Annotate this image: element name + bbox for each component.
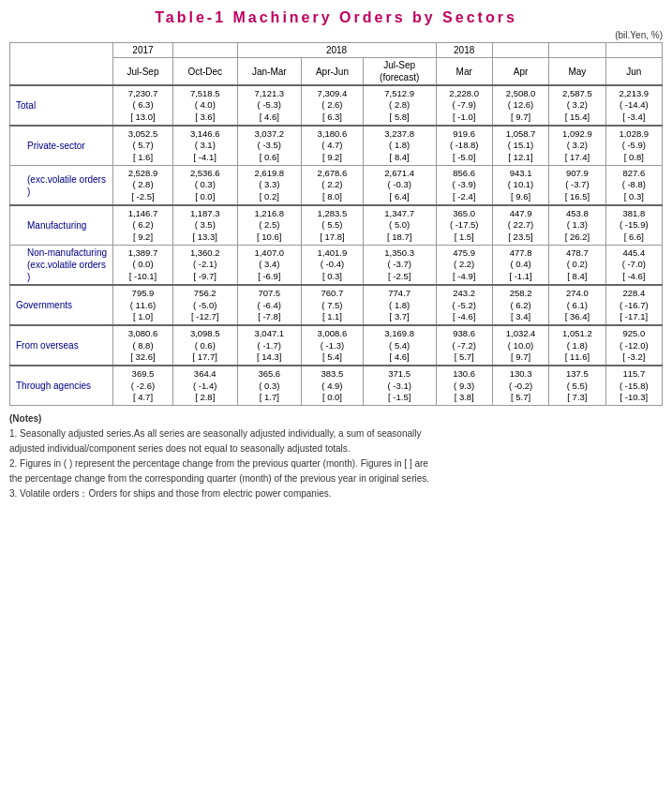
data-cell: 115.7( -15.8)[ -10.3] <box>605 366 662 406</box>
note-line: 3. Volatile orders：Orders for ships and … <box>9 486 663 501</box>
header-2017: 2017 <box>113 43 173 58</box>
header-empty-4 <box>549 43 605 58</box>
data-cell: 1,283.5( 5.5)[ 17.8] <box>302 205 364 246</box>
note-line: adjusted individual/component series doe… <box>9 441 663 456</box>
data-cell: 938.6( -7.2)[ 5.7] <box>436 325 492 366</box>
data-cell: 478.7( 0.2)[ 8.4] <box>549 246 605 286</box>
row-label: Non-manufacturing(exc.volatile orders ) <box>10 246 113 286</box>
data-cell: 2,619.8( 3.3)[ 0.2] <box>237 166 302 206</box>
header-empty-3 <box>492 43 548 58</box>
header-empty-1 <box>10 43 113 86</box>
data-cell: 3,047.1( -1.7)[ 14.3] <box>237 325 302 366</box>
data-cell: 3,169.8( 5.4)[ 4.6] <box>363 325 436 366</box>
data-cell: 1,032.4( 10.0)[ 9.7] <box>492 325 548 366</box>
data-cell: 2,536.6( 0.3)[ 0.0] <box>172 166 237 206</box>
data-cell: 130.3( -0.2)[ 5.7] <box>492 366 548 406</box>
data-cell: 3,237.8( 1.8)[ 8.4] <box>363 126 436 166</box>
data-cell: 827.6( -8.8)[ 0.3] <box>605 166 662 206</box>
data-cell: 477.8( 0.4)[ -1.1] <box>492 246 548 286</box>
header-apr-jun: Apr-Jun <box>302 58 364 86</box>
row-label: Total <box>10 85 113 126</box>
page-title: Table-1 Machinery Orders by Sectors <box>9 9 663 26</box>
data-cell: 3,098.5( 0.6)[ 17.7] <box>172 325 237 366</box>
table-row: Non-manufacturing(exc.volatile orders )1… <box>10 246 663 286</box>
data-cell: 475.9( 2.2)[ -4.9] <box>436 246 492 286</box>
data-cell: 7,121.3( -5.3)[ 4.6] <box>237 85 302 126</box>
data-cell: 3,146.6( 3.1)[ -4.1] <box>172 126 237 166</box>
data-cell: 364.4( -1.4)[ 2.8] <box>172 366 237 406</box>
data-cell: 2,671.4( -0.3)[ 6.4] <box>363 166 436 206</box>
header-jul-sep-fore: Jul-Sep(forecast) <box>363 58 436 86</box>
data-cell: 371.5( -3.1)[ -1.5] <box>363 366 436 406</box>
table-row: Through agencies369.5( -2.6)[ 4.7]364.4(… <box>10 366 663 406</box>
header-may: May <box>549 58 605 86</box>
data-cell: 3,037.2( -3.5)[ 0.6] <box>237 126 302 166</box>
data-cell: 7,230.7( 6.3)[ 13.0] <box>113 85 173 126</box>
table-row: Governments795.9( 11.6)[ 1.0]756.2( -5.0… <box>10 285 663 325</box>
header-2018b: 2018 <box>436 43 492 58</box>
data-cell: 274.0( 6.1)[ 36.4] <box>549 285 605 325</box>
data-cell: 795.9( 11.6)[ 1.0] <box>113 285 173 325</box>
row-label: Through agencies <box>10 366 113 406</box>
data-cell: 1,051.2( 1.8)[ 11.6] <box>549 325 605 366</box>
row-label: Private-sector <box>10 126 113 166</box>
data-cell: 3,180.6( 4.7)[ 9.2] <box>302 126 364 166</box>
data-cell: 1,401.9( -0.4)[ 0.3] <box>302 246 364 286</box>
data-cell: 2,213.9( -14.4)[ -3.4] <box>605 85 662 126</box>
header-2018: 2018 <box>237 43 436 58</box>
data-cell: 137.5( 5.5)[ 7.3] <box>549 366 605 406</box>
data-cell: 1,028.9( -5.9)[ 0.8] <box>605 126 662 166</box>
data-cell: 243.2( -5.2)[ -4.6] <box>436 285 492 325</box>
row-label: Manufacturing <box>10 205 113 246</box>
main-table: 2017 2018 2018 Jul-Sep Oct-Dec Jan-Mar A… <box>9 42 663 406</box>
data-cell: 1,389.7( 0.0)[ -10.1] <box>113 246 173 286</box>
data-cell: 7,518.5( 4.0)[ 3.6] <box>172 85 237 126</box>
data-cell: 228.4( -16.7)[ -17.1] <box>605 285 662 325</box>
data-cell: 1,058.7( 15.1)[ 12.1] <box>492 126 548 166</box>
data-cell: 3,008.6( -1.3)[ 5.4] <box>302 325 364 366</box>
data-cell: 7,512.9( 2.8)[ 5.8] <box>363 85 436 126</box>
data-cell: 1,187.3( 3.5)[ 13.3] <box>172 205 237 246</box>
data-cell: 919.6( -18.8)[ -5.0] <box>436 126 492 166</box>
data-cell: 7,309.4( 2.6)[ 6.3] <box>302 85 364 126</box>
header-empty-5 <box>605 43 662 58</box>
data-cell: 1,092.9( 3.2)[ 17.4] <box>549 126 605 166</box>
data-cell: 1,347.7( 5.0)[ 18.7] <box>363 205 436 246</box>
data-cell: 453.8( 1.3)[ 26.2] <box>549 205 605 246</box>
data-cell: 2,587.5( 3.2)[ 15.4] <box>549 85 605 126</box>
data-cell: 2,528.9( 2.8)[ -2.5] <box>113 166 173 206</box>
data-cell: 365.6( 0.3)[ 1.7] <box>237 366 302 406</box>
data-cell: 1,350.3( -3.7)[ -2.5] <box>363 246 436 286</box>
data-cell: 2,678.6( 2.2)[ 8.0] <box>302 166 364 206</box>
table-row: (exc.volatile orders )2,528.9( 2.8)[ -2.… <box>10 166 663 206</box>
data-cell: 365.0( -17.5)[ 1.5] <box>436 205 492 246</box>
header-jul-sep-2017: Jul-Sep <box>113 58 173 86</box>
data-cell: 2,508.0( 12.6)[ 9.7] <box>492 85 548 126</box>
data-cell: 3,052.5( 5.7)[ 1.6] <box>113 126 173 166</box>
table-row: Private-sector3,052.5( 5.7)[ 1.6]3,146.6… <box>10 126 663 166</box>
data-cell: 943.1( 10.1)[ 9.6] <box>492 166 548 206</box>
data-cell: 383.5( 4.9)[ 0.0] <box>302 366 364 406</box>
table-row: Manufacturing1,146.7( 6.2)[ 9.2]1,187.3(… <box>10 205 663 246</box>
data-cell: 381.8( -15.9)[ 6.6] <box>605 205 662 246</box>
data-cell: 447.9( 22.7)[ 23.5] <box>492 205 548 246</box>
row-label: (exc.volatile orders ) <box>10 166 113 206</box>
data-cell: 2,228.0( -7.9)[ -1.0] <box>436 85 492 126</box>
data-cell: 258.2( 6.2)[ 3.4] <box>492 285 548 325</box>
data-cell: 756.2( -5.0)[ -12.7] <box>172 285 237 325</box>
data-cell: 760.7( 7.5)[ 1.1] <box>302 285 364 325</box>
header-mar: Mar <box>436 58 492 86</box>
data-cell: 1,216.8( 2.5)[ 10.6] <box>237 205 302 246</box>
data-cell: 445.4( -7.0)[ -4.6] <box>605 246 662 286</box>
header-jan-mar: Jan-Mar <box>237 58 302 86</box>
data-cell: 907.9( -3.7)[ 16.5] <box>549 166 605 206</box>
data-cell: 1,360.2( -2.1)[ -9.7] <box>172 246 237 286</box>
note-line: the percentage change from the correspon… <box>9 471 663 486</box>
header-jun: Jun <box>605 58 662 86</box>
data-cell: 369.5( -2.6)[ 4.7] <box>113 366 173 406</box>
table-row: Total7,230.7( 6.3)[ 13.0]7,518.5( 4.0)[ … <box>10 85 663 126</box>
data-cell: 707.5( -6.4)[ -7.8] <box>237 285 302 325</box>
note-line: 2. Figures in ( ) represent the percenta… <box>9 456 663 471</box>
data-cell: 130.6( 9.3)[ 3.8] <box>436 366 492 406</box>
header-row-1: 2017 2018 2018 <box>10 43 663 58</box>
